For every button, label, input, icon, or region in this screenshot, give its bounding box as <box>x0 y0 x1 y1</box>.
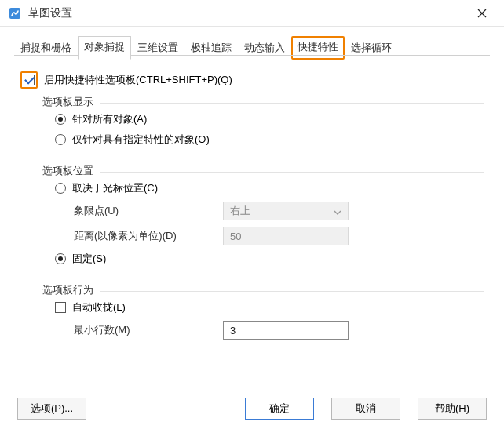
quadrant-select-value: 右上 <box>230 204 250 218</box>
tab-quick-properties[interactable]: 快捷特性 <box>291 36 345 60</box>
tab-object-snap[interactable]: 对象捕捉 <box>78 36 131 60</box>
radio-cursor-position[interactable] <box>55 183 66 194</box>
distance-input: 50 <box>223 227 349 245</box>
auto-collapse-checkbox[interactable] <box>55 302 66 313</box>
window-title: 草图设置 <box>28 6 468 20</box>
radio-fixed-position[interactable] <box>55 253 66 264</box>
distance-label: 距离(以像素为单位)(D) <box>74 229 223 243</box>
tab-polar-tracking[interactable]: 极轴追踪 <box>184 37 238 60</box>
auto-collapse-label: 自动收拢(L) <box>72 300 126 314</box>
group-display-title: 选项板显示 <box>42 96 100 107</box>
ok-button[interactable]: 确定 <box>245 398 314 420</box>
radio-cursor-position-label: 取决于光标位置(C) <box>72 181 158 195</box>
radio-all-objects-label: 针对所有对象(A) <box>72 112 147 126</box>
group-behavior-title: 选项板行为 <box>42 284 100 296</box>
enable-quick-properties-highlight <box>20 71 38 89</box>
tab-selection-cycling[interactable]: 选择循环 <box>345 37 398 60</box>
quadrant-label: 象限点(U) <box>74 204 223 218</box>
chevron-down-icon <box>334 207 341 215</box>
close-button[interactable] <box>468 2 496 24</box>
tab-dynamic-input[interactable]: 动态输入 <box>238 37 291 60</box>
app-icon <box>8 6 22 20</box>
tab-snap-grid[interactable]: 捕捉和栅格 <box>14 37 78 60</box>
min-rows-label: 最小行数(M) <box>74 323 223 337</box>
radio-specific-objects-label: 仅针对具有指定特性的对象(O) <box>72 133 210 147</box>
close-icon <box>477 9 487 18</box>
options-button[interactable]: 选项(P)... <box>17 398 86 420</box>
radio-all-objects[interactable] <box>55 114 66 125</box>
tab-3d-settings[interactable]: 三维设置 <box>131 37 184 60</box>
radio-fixed-position-label: 固定(S) <box>72 252 106 266</box>
min-rows-input[interactable]: 3 <box>223 321 349 340</box>
enable-quick-properties-checkbox[interactable] <box>24 75 35 85</box>
help-button[interactable]: 帮助(H) <box>418 398 487 420</box>
group-position-title: 选项板位置 <box>42 165 100 176</box>
quadrant-select: 右上 <box>223 202 349 220</box>
radio-specific-objects[interactable] <box>55 134 66 145</box>
enable-quick-properties-label: 启用快捷特性选项板(CTRL+SHIFT+P)(Q) <box>44 73 232 87</box>
cancel-button[interactable]: 取消 <box>331 398 400 420</box>
